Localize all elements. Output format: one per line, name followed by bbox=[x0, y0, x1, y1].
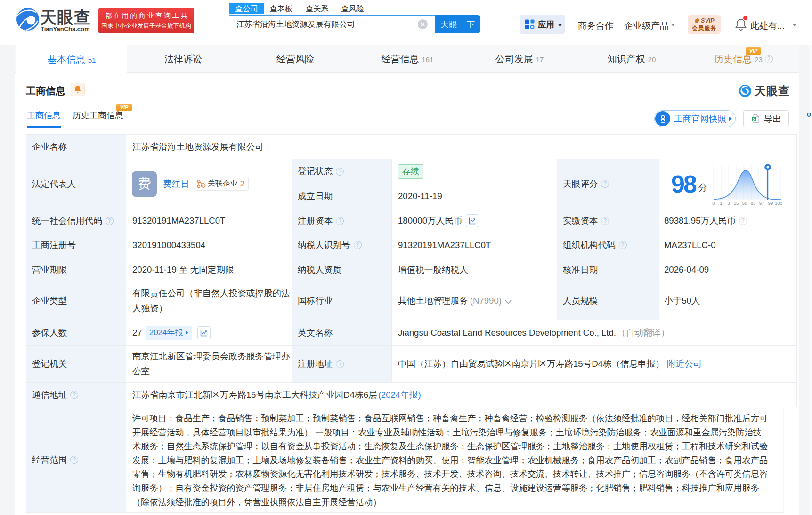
svg-text:15: 15 bbox=[734, 201, 739, 206]
svg-text:97: 97 bbox=[759, 201, 764, 206]
svg-text:3: 3 bbox=[727, 201, 730, 206]
svg-text:0: 0 bbox=[712, 201, 715, 206]
svg-text:100: 100 bbox=[775, 201, 782, 206]
svg-text:1: 1 bbox=[720, 201, 722, 206]
svg-text:企: 企 bbox=[201, 184, 205, 187]
svg-text:85: 85 bbox=[751, 201, 756, 206]
svg-text:50: 50 bbox=[742, 201, 747, 206]
svg-text:99: 99 bbox=[768, 201, 773, 206]
